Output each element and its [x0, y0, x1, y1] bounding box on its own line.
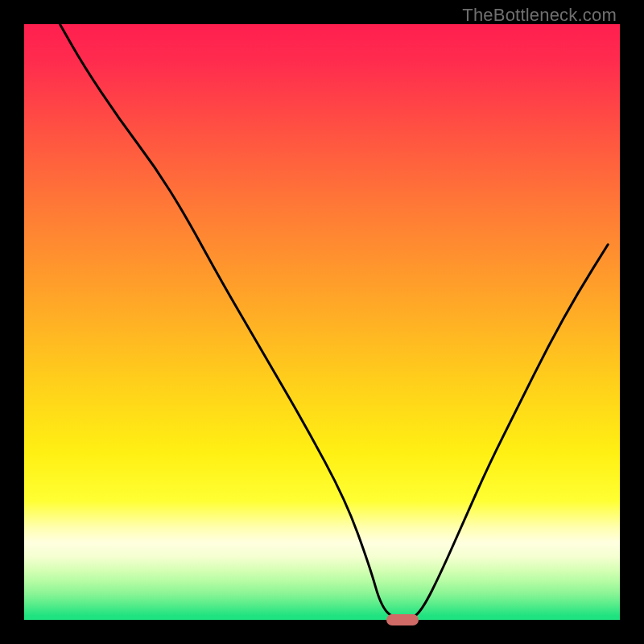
chart-frame	[24, 24, 620, 620]
bottleneck-curve	[24, 24, 620, 620]
plot-area	[24, 24, 620, 620]
watermark-label: TheBottleneck.com	[462, 5, 617, 26]
optimal-marker	[386, 614, 419, 625]
